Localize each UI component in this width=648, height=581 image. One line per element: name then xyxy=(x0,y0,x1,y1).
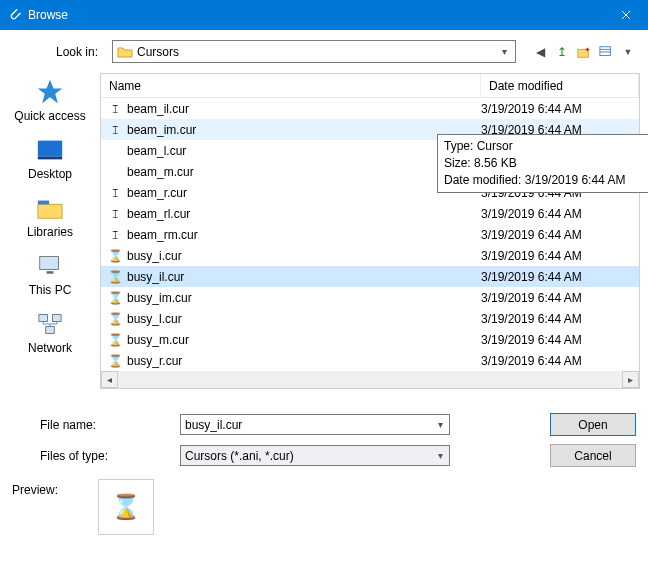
scroll-track[interactable] xyxy=(118,371,622,388)
svg-rect-7 xyxy=(40,257,59,270)
file-name: busy_l.cur xyxy=(127,312,481,326)
places-bar: Quick access Desktop Libraries This PC N… xyxy=(0,73,100,403)
place-this-pc[interactable]: This PC xyxy=(29,251,72,297)
file-name-input[interactable]: busy_il.cur ▾ xyxy=(180,414,450,435)
file-name: busy_im.cur xyxy=(127,291,481,305)
cursor-file-icon: ⌛ xyxy=(107,270,123,284)
file-name: busy_m.cur xyxy=(127,333,481,347)
window-title: Browse xyxy=(28,8,603,22)
look-in-bar: Look in: Cursors ▾ ◀ ↥ ▼ xyxy=(0,30,648,73)
file-list[interactable]: Name Date modified 𝙸beam_il.cur3/19/2019… xyxy=(100,73,640,389)
file-row[interactable]: 𝙸beam_rm.cur3/19/2019 6:44 AM xyxy=(101,224,639,245)
list-header[interactable]: Name Date modified xyxy=(101,74,639,98)
file-row[interactable]: ⌛busy_im.cur3/19/2019 6:44 AM xyxy=(101,287,639,308)
up-icon[interactable]: ↥ xyxy=(554,44,570,60)
file-date: 3/19/2019 6:44 AM xyxy=(481,312,639,326)
svg-rect-1 xyxy=(600,46,611,55)
file-name: beam_rm.cur xyxy=(127,228,481,242)
file-name: beam_rl.cur xyxy=(127,207,481,221)
file-name: beam_il.cur xyxy=(127,102,481,116)
cursor-file-icon: 𝙸 xyxy=(107,207,123,221)
new-folder-icon[interactable] xyxy=(576,44,592,60)
attachment-icon xyxy=(8,8,22,22)
look-in-combo[interactable]: Cursors ▾ xyxy=(112,40,516,63)
place-libraries[interactable]: Libraries xyxy=(27,193,73,239)
nav-icons: ◀ ↥ ▼ xyxy=(524,44,636,60)
file-name-value: busy_il.cur xyxy=(185,418,436,432)
horizontal-scrollbar[interactable]: ◂ ▸ xyxy=(101,371,639,388)
cursor-file-icon: ⌛ xyxy=(107,249,123,263)
svg-marker-2 xyxy=(38,80,63,104)
file-date: 3/19/2019 6:44 AM xyxy=(481,333,639,347)
file-name: beam_l.cur xyxy=(127,144,481,158)
place-network[interactable]: Network xyxy=(28,309,72,355)
network-icon xyxy=(33,309,67,339)
file-row[interactable]: 𝙸beam_il.cur3/19/2019 6:44 AM xyxy=(101,98,639,119)
file-name: beam_im.cur xyxy=(127,123,481,137)
file-date: 3/19/2019 6:44 AM xyxy=(481,270,639,284)
cursor-file-icon: 𝙸 xyxy=(107,228,123,242)
preview-cursor-icon: ⌛ xyxy=(111,493,141,521)
svg-rect-4 xyxy=(38,157,62,160)
place-label: This PC xyxy=(29,283,72,297)
place-desktop[interactable]: Desktop xyxy=(28,135,72,181)
file-row[interactable]: ⌛busy_i.cur3/19/2019 6:44 AM xyxy=(101,245,639,266)
svg-rect-8 xyxy=(47,271,54,274)
place-quick-access[interactable]: Quick access xyxy=(14,77,85,123)
column-date-modified[interactable]: Date modified xyxy=(481,74,639,97)
file-name: busy_i.cur xyxy=(127,249,481,263)
preview-label: Preview: xyxy=(12,479,90,497)
back-icon[interactable]: ◀ xyxy=(532,44,548,60)
file-tooltip: Type: Cursor Size: 8.56 KB Date modified… xyxy=(437,134,648,193)
cursor-file-icon: ⌛ xyxy=(107,312,123,326)
file-row[interactable]: ⌛busy_il.cur3/19/2019 6:44 AM xyxy=(101,266,639,287)
look-in-value: Cursors xyxy=(137,45,498,59)
place-label: Quick access xyxy=(14,109,85,123)
chevron-down-icon[interactable]: ▾ xyxy=(436,450,445,461)
views-icon[interactable] xyxy=(598,44,614,60)
file-date: 3/19/2019 6:44 AM xyxy=(481,249,639,263)
svg-rect-0 xyxy=(578,49,589,57)
quick-access-icon xyxy=(33,77,67,107)
file-row[interactable]: ⌛busy_r.cur3/19/2019 6:44 AM xyxy=(101,350,639,371)
file-date: 3/19/2019 6:44 AM xyxy=(481,102,639,116)
file-name: beam_r.cur xyxy=(127,186,481,200)
cancel-button[interactable]: Cancel xyxy=(550,444,636,467)
svg-rect-6 xyxy=(38,201,49,205)
libraries-icon xyxy=(33,193,67,223)
this-pc-icon xyxy=(33,251,67,281)
look-in-label: Look in: xyxy=(12,45,104,59)
file-row[interactable]: ⌛busy_m.cur3/19/2019 6:44 AM xyxy=(101,329,639,350)
open-button[interactable]: Open xyxy=(550,413,636,436)
file-date: 3/19/2019 6:44 AM xyxy=(481,354,639,368)
files-of-type-label: Files of type: xyxy=(12,449,172,463)
files-of-type-combo[interactable]: Cursors (*.ani, *.cur) ▾ xyxy=(180,445,450,466)
files-of-type-value: Cursors (*.ani, *.cur) xyxy=(185,449,436,463)
place-label: Libraries xyxy=(27,225,73,239)
title-bar: Browse xyxy=(0,0,648,30)
scroll-right-icon[interactable]: ▸ xyxy=(622,371,639,388)
column-name[interactable]: Name xyxy=(101,74,481,97)
chevron-down-icon[interactable]: ▾ xyxy=(436,419,445,430)
cursor-file-icon: 𝙸 xyxy=(107,102,123,116)
cursor-file-icon: 𝙸 xyxy=(107,123,123,137)
svg-rect-10 xyxy=(53,315,62,322)
views-chevron-icon[interactable]: ▼ xyxy=(620,44,636,60)
preview-box: ⌛ xyxy=(98,479,154,535)
file-row[interactable]: ⌛busy_l.cur3/19/2019 6:44 AM xyxy=(101,308,639,329)
file-name: busy_r.cur xyxy=(127,354,481,368)
file-name: beam_m.cur xyxy=(127,165,481,179)
place-label: Network xyxy=(28,341,72,355)
folder-icon xyxy=(117,44,133,60)
tooltip-type: Type: Cursor xyxy=(444,138,648,155)
bottom-controls: File name: busy_il.cur ▾ Open Files of t… xyxy=(0,403,648,473)
svg-rect-3 xyxy=(38,141,62,157)
close-button[interactable] xyxy=(603,0,648,30)
scroll-left-icon[interactable]: ◂ xyxy=(101,371,118,388)
cursor-file-icon: ⌛ xyxy=(107,354,123,368)
svg-rect-5 xyxy=(38,204,62,218)
svg-rect-11 xyxy=(46,327,55,334)
place-label: Desktop xyxy=(28,167,72,181)
tooltip-size: Size: 8.56 KB xyxy=(444,155,648,172)
file-row[interactable]: 𝙸beam_rl.cur3/19/2019 6:44 AM xyxy=(101,203,639,224)
